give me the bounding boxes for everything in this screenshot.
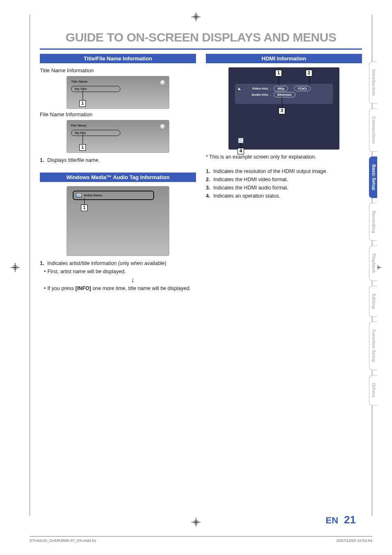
list-item: 1.Indicates the resolution of the HDMI o…: [206, 168, 362, 175]
stop-icon: [238, 138, 243, 143]
list-item: 1. Displays title/file name.: [40, 157, 196, 164]
hdmi-480p: 480p: [274, 86, 288, 91]
list-item: 4.Indicates an operation status.: [206, 193, 362, 200]
section-title-file-name: Title/File Name Information: [40, 54, 196, 63]
callout-4: 4: [238, 148, 244, 154]
tab-recording[interactable]: Recording: [369, 203, 377, 241]
callout-1: 1: [81, 205, 88, 211]
print-date: 2007/12/28 10:52:54: [337, 538, 372, 543]
hdmi-bitstream: Bitstream: [274, 92, 295, 97]
list-num: 1.: [40, 260, 46, 267]
wma-label: Artist Name: [84, 193, 102, 197]
osd-hdmi: ◣ Video Info. : 480p YCbCr Audio Info. :…: [228, 67, 339, 150]
osd-file-value: My File: [71, 130, 120, 136]
print-footer: E7H42UD_DVDR3506-37_EN.indd 21 2007/12/2…: [30, 536, 372, 543]
disc-icon: [160, 124, 166, 129]
osd-file-label: File Name: [71, 124, 165, 127]
osd-title-value: My Title: [71, 86, 120, 92]
callout-line: [83, 90, 83, 101]
osd-title-name: Title Name My Title 1: [67, 76, 169, 109]
hdmi-video-label: Video Info.: [243, 87, 269, 90]
hdmi-ycbcr: YCbCr: [294, 86, 311, 91]
tab-editing[interactable]: Editing: [369, 286, 377, 317]
callout-1: 1: [79, 144, 86, 151]
callout-3: 3: [279, 108, 285, 114]
osd-file-name: File Name My File 1: [67, 120, 169, 153]
callout-line: [241, 143, 241, 149]
title-underline: [40, 48, 362, 50]
hdmi-info-panel: ◣ Video Info. : 480p YCbCr Audio Info. :…: [235, 84, 333, 104]
bullet-item: •First, artist name will be displayed.: [44, 268, 196, 275]
callout-1: 1: [275, 70, 282, 76]
tab-connections[interactable]: Connections: [369, 108, 377, 152]
tab-playback[interactable]: Playback: [369, 246, 377, 281]
list-item: 1. Indicates artist/title information (o…: [40, 260, 196, 267]
callout-line: [279, 76, 279, 85]
page-number: 21: [344, 514, 356, 526]
callout-line: [282, 96, 282, 108]
list-num: 1.: [40, 157, 46, 164]
list-text: Indicates artist/title information (only…: [47, 260, 166, 267]
disc-icon: [160, 80, 166, 85]
page-footer: EN 21: [326, 514, 356, 526]
list-item: 2.Indicates the HDMI video format.: [206, 176, 362, 183]
hdmi-note: * This is an example screen only for exp…: [206, 154, 362, 161]
tab-basic-setup[interactable]: Basic Setup: [369, 157, 377, 198]
wma-panel: Artist Name: [73, 191, 154, 200]
wma-file-icon: [76, 193, 82, 198]
callout-line: [83, 134, 83, 145]
print-file: E7H42UD_DVDR3506-37_EN.indd 21: [30, 538, 96, 543]
section-hdmi: HDMI Information: [206, 54, 362, 63]
page-lang: EN: [326, 515, 339, 526]
tab-others[interactable]: Others: [369, 375, 377, 405]
osd-title-label: Title Name: [71, 80, 165, 83]
registration-mark-icon: [11, 263, 20, 272]
list-text: Displays title/file name.: [47, 157, 100, 164]
callout-1: 1: [79, 100, 86, 107]
arrow-down-icon: ↓: [69, 277, 196, 283]
section-wma: Windows Media™ Audio Tag Information: [40, 173, 196, 182]
subhead-file-name: File Name Information: [40, 111, 196, 117]
tab-function-setup[interactable]: Function Setup: [369, 322, 377, 370]
bullet-item: •If you press [INFO] one more time, titl…: [44, 285, 196, 292]
osd-wma: Artist Name 1: [67, 186, 169, 256]
callout-line: [309, 76, 309, 85]
page-title: GUIDE TO ON-SCREEN DISPLAYS AND MENUS: [40, 30, 362, 44]
subhead-title-name: Title Name Information: [40, 67, 196, 74]
registration-mark-icon: [191, 518, 201, 527]
list-item: 3.Indicates the HDMI audio format.: [206, 184, 362, 191]
callout-2: 2: [306, 70, 312, 76]
side-tabs: Introduction Connections Basic Setup Rec…: [369, 62, 377, 405]
hdmi-audio-label: Audio Info.: [243, 93, 269, 97]
tab-introduction[interactable]: Introduction: [369, 62, 377, 104]
